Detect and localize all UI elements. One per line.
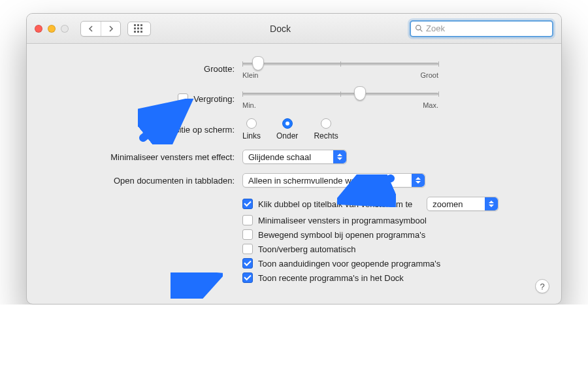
search-icon <box>415 24 423 33</box>
mag-max-label: Max. <box>423 101 438 109</box>
chevron-updown-icon <box>412 174 425 187</box>
svg-rect-7 <box>137 31 139 33</box>
radio-icon <box>246 118 257 129</box>
back-button[interactable] <box>81 22 101 36</box>
open-docs-value: Alleen in schermvullende weergave <box>248 176 382 186</box>
radio-icon <box>282 118 293 129</box>
recent-apps-checkbox[interactable] <box>242 272 253 283</box>
svg-line-10 <box>420 29 422 31</box>
minimize-effect-value: Glijdende schaal <box>248 152 311 162</box>
animate-open-checkbox[interactable] <box>242 229 253 240</box>
minimize-effect-select[interactable]: Glijdende schaal <box>242 150 347 164</box>
svg-rect-2 <box>140 24 142 26</box>
label-minimize-effect: Minimaliseer vensters met effect: <box>46 152 242 162</box>
svg-rect-1 <box>137 24 139 26</box>
window-title: Dock <box>157 24 403 34</box>
size-min-label: Klein <box>242 71 258 79</box>
svg-point-9 <box>416 25 421 30</box>
forward-button[interactable] <box>101 22 120 36</box>
annotation-arrow-icon <box>171 272 223 299</box>
preferences-window: Dock Grootte: Klein Groot <box>26 13 562 305</box>
radio-icon <box>321 118 331 129</box>
svg-rect-3 <box>134 27 136 29</box>
position-radio-group: LinksOnderRechts <box>242 118 338 140</box>
label-size: Grootte: <box>46 64 242 74</box>
size-max-label: Groot <box>420 71 438 79</box>
size-slider[interactable] <box>242 58 438 70</box>
label-open-docs: Open documenten in tabbladen: <box>46 176 242 186</box>
minimize-window-button[interactable] <box>48 25 56 33</box>
doubleclick-label: Klik dubbel op titelbalk van venster om … <box>258 199 412 209</box>
titlebar: Dock <box>27 14 561 44</box>
svg-rect-0 <box>134 24 136 26</box>
doubleclick-action-select[interactable]: zoomen <box>427 197 498 211</box>
content: Grootte: Klein Groot Vergroting: <box>27 44 561 304</box>
mag-min-label: Min. <box>242 101 256 109</box>
label-magnification: Vergroting: <box>193 94 235 104</box>
indicators-label: Toon aanduidingen voor geopende programm… <box>258 259 440 269</box>
radio-label: Links <box>242 131 261 140</box>
minimize-into-app-checkbox[interactable] <box>242 215 253 225</box>
autohide-checkbox[interactable] <box>242 244 253 254</box>
help-button[interactable]: ? <box>535 279 549 293</box>
zoom-window-button[interactable] <box>61 25 69 33</box>
chevron-updown-icon <box>333 150 346 163</box>
svg-rect-8 <box>140 31 142 33</box>
position-radio-onder[interactable]: Onder <box>276 118 298 140</box>
animate-open-label: Bewegend symbool bij openen programma's <box>258 230 425 240</box>
label-position: Positie op scherm: <box>46 125 242 135</box>
search-input[interactable] <box>426 24 548 33</box>
magnification-checkbox[interactable] <box>178 93 188 104</box>
radio-label: Rechts <box>314 131 338 140</box>
recent-apps-label: Toon recente programma's in het Dock <box>258 273 404 283</box>
traffic-lights <box>35 25 69 33</box>
magnification-slider[interactable] <box>242 88 438 100</box>
position-radio-links[interactable]: Links <box>242 118 261 140</box>
svg-rect-6 <box>134 31 136 33</box>
minimize-into-app-label: Minimaliseer vensters in programmasymboo… <box>258 216 427 225</box>
chevron-updown-icon <box>485 197 498 210</box>
doubleclick-checkbox[interactable] <box>242 199 253 209</box>
svg-rect-4 <box>137 27 139 29</box>
options-group: Klik dubbel op titelbalk van venster om … <box>242 197 542 283</box>
position-radio-rechts[interactable]: Rechts <box>314 118 338 140</box>
close-window-button[interactable] <box>35 25 42 33</box>
doubleclick-action-value: zoomen <box>433 199 463 209</box>
indicators-checkbox[interactable] <box>242 258 253 269</box>
search-field[interactable] <box>410 20 553 37</box>
nav-back-forward <box>80 21 121 37</box>
autohide-label: Toon/verberg automatisch <box>258 244 356 254</box>
show-all-button[interactable] <box>127 22 151 36</box>
open-docs-select[interactable]: Alleen in schermvullende weergave <box>242 173 425 188</box>
radio-label: Onder <box>276 131 298 140</box>
svg-rect-5 <box>140 27 142 29</box>
